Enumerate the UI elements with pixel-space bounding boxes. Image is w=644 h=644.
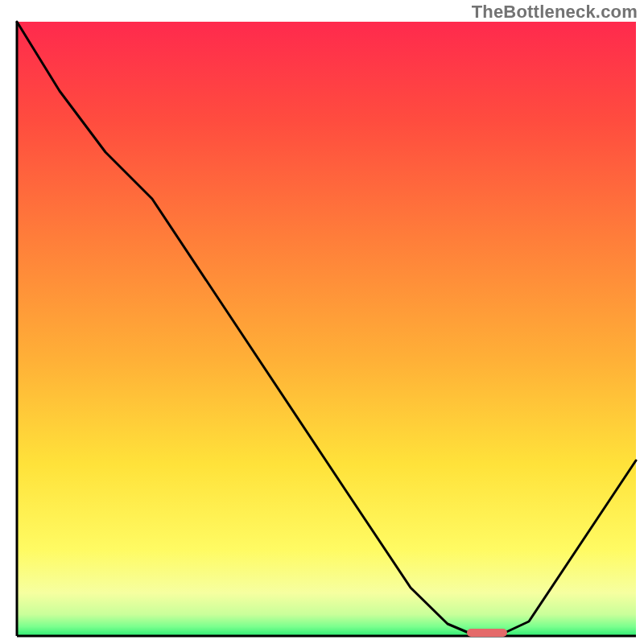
optimal-marker (467, 629, 507, 637)
watermark-text: TheBottleneck.com (472, 2, 638, 23)
chart-background (17, 22, 636, 636)
bottleneck-chart (0, 0, 644, 644)
